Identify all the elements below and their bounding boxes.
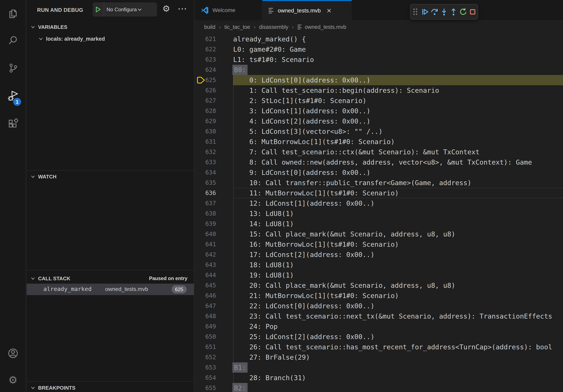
breadcrumb-item[interactable]: build bbox=[204, 24, 215, 30]
gutter[interactable]: 631 bbox=[195, 137, 233, 147]
gutter[interactable]: 630 bbox=[195, 126, 233, 137]
stop-icon[interactable] bbox=[468, 8, 477, 16]
code-line[interactable]: 64823: Call test_scenario::next_tx(&mut … bbox=[195, 311, 563, 321]
breadcrumb-item[interactable]: tic_tac_toe bbox=[224, 24, 250, 30]
gutter[interactable]: 633 bbox=[195, 157, 233, 167]
gutter[interactable]: 621 bbox=[195, 34, 233, 44]
debug-settings-gear-icon[interactable]: ⚙ bbox=[162, 4, 170, 13]
variables-section-header[interactable]: VARIABLES bbox=[31, 23, 67, 32]
code-line[interactable]: 6338: Call owned::new(address, address, … bbox=[195, 157, 563, 167]
gutter[interactable]: 626 bbox=[195, 85, 233, 95]
breakpoints-section-header[interactable]: BREAKPOINTS bbox=[31, 383, 75, 392]
code-line[interactable]: 64116: MutBorrowLoc[1](ts#1#0: Scenario) bbox=[195, 239, 563, 249]
gutter[interactable]: 622 bbox=[195, 44, 233, 54]
gutter[interactable]: 651 bbox=[195, 342, 233, 352]
code-line[interactable]: 65126: Call test_scenario::has_most_rece… bbox=[195, 342, 563, 352]
code-line[interactable]: 622L0: game#2#0: Game bbox=[195, 44, 563, 54]
code-line[interactable]: 6316: MutBorrowLoc[1](ts#1#0: Scenario) bbox=[195, 137, 563, 147]
call-stack-section-header[interactable]: CALL STACK bbox=[31, 274, 70, 283]
restart-icon[interactable] bbox=[459, 8, 468, 16]
gutter[interactable]: 645 bbox=[195, 280, 233, 290]
gutter[interactable]: 646 bbox=[195, 290, 233, 301]
sidebar-item-explorer[interactable] bbox=[0, 3, 26, 25]
code-line[interactable]: 623L1: ts#1#0: Scenario bbox=[195, 54, 563, 65]
gutter[interactable]: 639 bbox=[195, 219, 233, 229]
tab-welcome[interactable]: Welcome bbox=[195, 0, 262, 20]
call-stack-frame-row[interactable]: already_marked owned_tests.mvb 625 bbox=[27, 284, 194, 295]
start-debugging-button[interactable] bbox=[93, 2, 104, 17]
gutter[interactable]: 647 bbox=[195, 301, 233, 311]
gutter[interactable]: 654 bbox=[195, 373, 233, 383]
watch-section-header[interactable]: WATCH bbox=[31, 172, 56, 181]
gutter[interactable]: 629 bbox=[195, 116, 233, 126]
gutter[interactable]: 650 bbox=[195, 332, 233, 342]
code-line[interactable]: 65025: LdConst[2](address: 0x00..) bbox=[195, 332, 563, 342]
code-line[interactable]: 63914: LdU8(1) bbox=[195, 219, 563, 229]
continue-icon[interactable] bbox=[421, 8, 429, 16]
code-line[interactable]: 65227: BrFalse(29) bbox=[195, 352, 563, 362]
locals-scope-row[interactable]: locals: already_marked bbox=[38, 34, 105, 44]
gutter[interactable]: 641 bbox=[195, 239, 233, 249]
gutter[interactable]: 648 bbox=[195, 311, 233, 321]
code-line[interactable]: 64722: LdConst[0](address: 0x00..) bbox=[195, 301, 563, 311]
gutter[interactable]: 636 bbox=[195, 188, 233, 198]
code-line[interactable]: 64217: LdConst[2](address: 0x00..) bbox=[195, 249, 563, 260]
step-into-icon[interactable] bbox=[440, 8, 448, 16]
code-line[interactable]: 624B0: bbox=[195, 65, 563, 75]
code-line[interactable]: 64419: LdU8(1) bbox=[195, 270, 563, 280]
sidebar-item-run-and-debug[interactable]: 1 bbox=[0, 85, 26, 107]
gutter[interactable]: 624 bbox=[195, 65, 233, 75]
code-line[interactable]: 6250: LdConst[0](address: 0x00..) bbox=[195, 75, 563, 85]
gutter[interactable]: 625 bbox=[195, 75, 233, 85]
code-line[interactable]: 653B1: bbox=[195, 362, 563, 373]
sidebar-item-extensions[interactable] bbox=[0, 112, 26, 134]
code-line[interactable]: 64924: Pop bbox=[195, 321, 563, 332]
more-actions-icon[interactable]: ··· bbox=[178, 5, 187, 13]
debug-configuration-dropdown[interactable]: No Configura bbox=[93, 2, 157, 17]
code-line[interactable]: 65428: Branch(31) bbox=[195, 373, 563, 383]
gutter[interactable]: 653 bbox=[195, 362, 233, 373]
sidebar-item-source-control[interactable] bbox=[0, 57, 26, 79]
gutter[interactable]: 638 bbox=[195, 209, 233, 219]
code-line[interactable]: 63813: LdU8(1) bbox=[195, 209, 563, 219]
gutter[interactable]: 649 bbox=[195, 321, 233, 332]
breadcrumb-item[interactable]: owned_tests.mvb bbox=[297, 24, 346, 30]
sidebar-item-search[interactable] bbox=[0, 29, 26, 52]
code-line[interactable]: 64621: MutBorrowLoc[1](ts#1#0: Scenario) bbox=[195, 290, 563, 301]
code-line[interactable]: 6272: StLoc[1](ts#1#0: Scenario) bbox=[195, 95, 563, 106]
gutter[interactable]: 628 bbox=[195, 106, 233, 116]
gutter[interactable]: 642 bbox=[195, 249, 233, 260]
gutter[interactable]: 627 bbox=[195, 95, 233, 106]
gutter[interactable]: 634 bbox=[195, 167, 233, 178]
code-line[interactable]: 6261: Call test_scenario::begin(address)… bbox=[195, 85, 563, 95]
code-line[interactable]: 64015: Call place_mark(&mut Scenario, ad… bbox=[195, 229, 563, 239]
code-line[interactable]: 6294: LdConst[2](address: 0x00..) bbox=[195, 116, 563, 126]
breadcrumb-item[interactable]: disassembly bbox=[259, 24, 288, 30]
toolbar-drag-handle[interactable] bbox=[411, 8, 420, 16]
code-line[interactable]: 63712: LdConst[1](address: 0x00..) bbox=[195, 198, 563, 209]
code-line[interactable]: 655B2: bbox=[195, 383, 563, 392]
code-line[interactable]: 63510: Call transfer::public_transfer<Ga… bbox=[195, 178, 563, 188]
gutter[interactable]: 635 bbox=[195, 178, 233, 188]
code-line[interactable]: 63611: MutBorrowLoc[1](ts#1#0: Scenario) bbox=[195, 188, 563, 198]
code-line[interactable]: 6305: LdConst[3](vector<u8>: "" /..) bbox=[195, 126, 563, 137]
step-over-icon[interactable] bbox=[430, 8, 439, 16]
close-icon[interactable] bbox=[326, 8, 332, 13]
settings-button[interactable]: ⚙ bbox=[0, 369, 26, 391]
gutter[interactable]: 643 bbox=[195, 260, 233, 270]
gutter[interactable]: 655 bbox=[195, 383, 233, 392]
code-line[interactable]: 6327: Call test_scenario::ctx(&mut Scena… bbox=[195, 147, 563, 157]
code-line[interactable]: 6283: LdConst[1](address: 0x00..) bbox=[195, 106, 563, 116]
code-line[interactable]: 64520: Call place_mark(&mut Scenario, ad… bbox=[195, 280, 563, 290]
tab-owned-tests[interactable]: owned_tests.mvb bbox=[262, 0, 352, 20]
step-out-icon[interactable] bbox=[449, 8, 458, 16]
code-line[interactable]: 621already_marked() { bbox=[195, 34, 563, 44]
gutter[interactable]: 637 bbox=[195, 198, 233, 209]
code-line[interactable]: 64318: LdU8(1) bbox=[195, 260, 563, 270]
gutter[interactable]: 652 bbox=[195, 352, 233, 362]
gutter[interactable]: 640 bbox=[195, 229, 233, 239]
account-button[interactable] bbox=[0, 342, 26, 364]
gutter[interactable]: 632 bbox=[195, 147, 233, 157]
gutter[interactable]: 644 bbox=[195, 270, 233, 280]
gutter[interactable]: 623 bbox=[195, 54, 233, 65]
